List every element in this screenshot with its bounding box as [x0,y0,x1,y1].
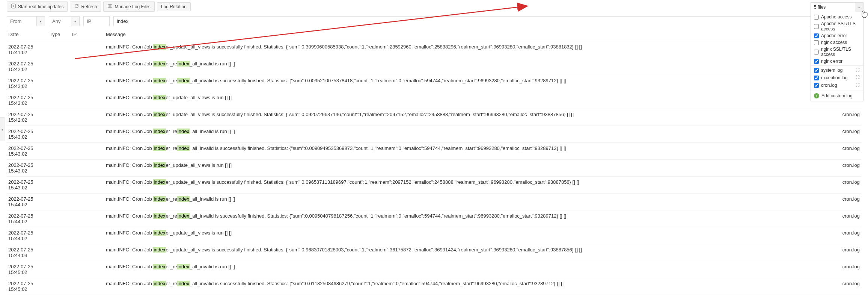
refresh-button[interactable]: Refresh [70,2,101,12]
cell-ip [71,58,104,75]
cell-file: cron.log [831,244,861,261]
files-summary: 5 files [811,3,855,12]
start-realtime-button[interactable]: Start real-time updates [7,2,68,12]
table-row[interactable]: 2022-07-25 15:44:02main.INFO: Cron Job i… [7,210,861,227]
files-dropdown-toggle[interactable]: ▴ [855,3,863,12]
table-row[interactable]: 2022-07-25 15:42:02main.INFO: Cron Job i… [7,75,861,92]
cell-ip [71,227,104,244]
table-row[interactable]: 2022-07-25 15:42:02main.INFO: Cron Job i… [7,58,861,75]
cell-type [48,210,71,227]
col-date[interactable]: Date [7,29,48,41]
table-row[interactable]: 2022-07-25 15:45:02main.INFO: Cron Job i… [7,278,861,295]
cell-message: main.INFO: Cron Job indexer_reindex_all_… [104,194,831,210]
file-filter-item[interactable]: exception.log [811,74,863,82]
search-highlight: index [153,44,166,50]
start-realtime-label: Start real-time updates [18,4,63,9]
table-row[interactable]: 2022-07-25 15:42:02main.INFO: Cron Job i… [7,109,861,126]
sidebar-expand-handle[interactable]: ◂ [0,117,5,141]
file-filter-item[interactable]: cron.log [811,82,863,89]
cell-date: 2022-07-25 15:44:02 [7,194,48,210]
file-filter-item[interactable]: system.log [811,67,863,74]
table-row[interactable]: 2022-07-25 15:43:02main.INFO: Cron Job i… [7,160,861,177]
from-input[interactable] [10,18,33,24]
file-filter-item[interactable]: nginx access [811,39,863,46]
manage-log-files-button[interactable]: Manage Log Files [103,2,154,12]
refresh-icon [74,3,79,10]
cell-message: main.INFO: Cron Job indexer_update_all_v… [104,92,831,109]
search-highlight: index [153,179,166,185]
table-row[interactable]: 2022-07-25 15:44:03main.INFO: Cron Job i… [7,244,861,261]
manage-label: Manage Log Files [115,4,150,9]
file-filter-checkbox[interactable] [814,15,819,20]
col-type[interactable]: Type [48,29,71,41]
any-input[interactable] [52,18,68,24]
cell-type [48,75,71,92]
cell-message: main.INFO: Cron Job indexer_reindex_all_… [104,143,831,160]
search-highlight: index [177,196,190,202]
file-filter-checkbox[interactable] [814,59,819,64]
file-filter-item[interactable]: nginx SSL/TLS access [811,46,863,58]
search-highlight: index [177,78,190,83]
file-filter-checkbox[interactable] [814,50,819,54]
table-row[interactable]: 2022-07-25 15:44:02main.INFO: Cron Job i… [7,194,861,210]
cell-ip [71,126,104,143]
expand-icon[interactable] [855,75,860,81]
expand-icon[interactable] [855,67,860,73]
table-row[interactable]: 2022-07-25 15:43:02main.INFO: Cron Job i… [7,177,861,194]
file-filter-label: Apache SSL/TLS access [821,21,860,32]
table-row[interactable]: 2022-07-25 15:42:02main.INFO: Cron Job i… [7,92,861,109]
cell-type [48,143,71,160]
file-filter-checkbox[interactable] [814,33,819,38]
svg-rect-1 [108,5,110,8]
file-filter-checkbox[interactable] [814,83,819,88]
table-row[interactable]: 2022-07-25 15:43:02main.INFO: Cron Job i… [7,126,861,143]
file-filter-checkbox[interactable] [814,76,819,80]
col-message[interactable]: Message [104,29,831,41]
cell-type [48,227,71,244]
table-row[interactable]: 2022-07-25 15:41:02main.INFO: Cron Job i… [7,41,861,58]
cell-date: 2022-07-25 15:45:02 [7,278,48,295]
expand-icon[interactable] [855,82,860,88]
play-icon [11,3,16,10]
cell-type [48,126,71,143]
file-filter-label: Apache error [821,33,847,38]
cell-date: 2022-07-25 15:45:02 [7,261,48,278]
ip-input[interactable] [87,18,106,24]
refresh-label: Refresh [81,4,97,9]
cell-file: cron.log [831,109,861,126]
cell-file: cron.log [831,210,861,227]
file-filter-item[interactable]: Apache error [811,32,863,39]
file-filter-item[interactable]: Apache SSL/TLS access [811,20,863,32]
search-input[interactable] [117,18,858,24]
file-filter-checkbox[interactable] [814,68,819,73]
col-ip[interactable]: IP [71,29,104,41]
from-dropdown-toggle[interactable]: ▾ [37,16,45,26]
file-filter-item[interactable]: nginx error [811,58,863,65]
cell-date: 2022-07-25 15:43:02 [7,160,48,177]
cell-date: 2022-07-25 15:42:02 [7,109,48,126]
log-rotation-button[interactable]: Log Rotation [157,2,191,11]
table-row[interactable]: 2022-07-25 15:43:02main.INFO: Cron Job i… [7,143,861,160]
search-highlight: index [153,281,166,286]
cell-type [48,160,71,177]
table-row[interactable]: 2022-07-25 15:45:02main.INFO: Cron Job i… [7,261,861,278]
add-custom-log-button[interactable]: + Add custom log [811,91,863,101]
cell-message: main.INFO: Cron Job indexer_reindex_all_… [104,261,831,278]
file-filter-checkbox[interactable] [814,40,819,45]
cell-message: main.INFO: Cron Job indexer_reindex_all_… [104,75,831,92]
cell-file: cron.log [831,143,861,160]
table-row[interactable]: 2022-07-25 15:44:02main.INFO: Cron Job i… [7,227,861,244]
file-filter-checkbox[interactable] [814,24,819,29]
any-dropdown-toggle[interactable]: ▾ [71,16,80,26]
cell-message: main.INFO: Cron Job indexer_reindex_all_… [104,278,831,295]
search-highlight: index [153,129,166,134]
file-filter-label: system.log [821,68,842,73]
files-icon [107,3,113,10]
file-filter-item[interactable]: Apache access [811,14,863,20]
file-filter-label: nginx SSL/TLS access [821,47,860,57]
search-highlight: index [153,247,166,253]
cell-type [48,109,71,126]
cell-ip [71,143,104,160]
search-highlight: index [153,213,166,219]
cell-message: main.INFO: Cron Job indexer_update_all_v… [104,227,831,244]
